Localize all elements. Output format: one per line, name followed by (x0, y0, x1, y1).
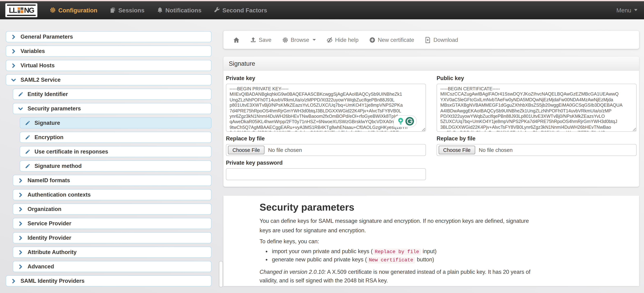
chevron-right-icon (18, 235, 23, 240)
public-key-file-input[interactable]: Choose File No file chosen (437, 144, 637, 156)
toolbar-button-label: Save (259, 37, 271, 43)
gear-icon (282, 37, 288, 43)
download-button[interactable]: Download (425, 37, 458, 43)
lemonldap-manager-page: LL NG ConfigurationSessionsNotifications… (0, 0, 644, 293)
sidebar-item-label: Use certificate in responses (34, 148, 108, 155)
nav-item-label: Configuration (58, 7, 98, 13)
code-chip: New certificate (367, 257, 415, 264)
sidebar-item-security-parameters[interactable]: Security parameters (13, 103, 212, 114)
upload-icon (250, 37, 256, 43)
sidebar-item-label: Attribute Authority (28, 249, 76, 255)
sidebar-item-virtual-hosts[interactable]: Virtual Hosts (6, 60, 212, 71)
sidebar-item-encryption[interactable]: Encryption (20, 132, 212, 143)
new-certificate-button[interactable]: New certificate (369, 37, 414, 43)
grammarly-g-icon[interactable] (405, 117, 414, 125)
sidebar-item-label: Virtual Hosts (20, 62, 54, 68)
sidebar-item-label: Security parameters (28, 105, 81, 111)
logo-text-right: NG (24, 6, 34, 14)
sidebar-item-service-provider[interactable]: Service Provider (13, 218, 212, 229)
help-paragraph-1: You can define keys for SAML message sig… (260, 216, 537, 235)
nav-item-configuration[interactable]: Configuration (50, 7, 98, 13)
sidebar-item-organization[interactable]: Organization (13, 204, 212, 215)
private-key-password-label: Private key password (226, 160, 426, 166)
public-key-textarea[interactable]: -----BEGIN CERTIFICATE----- MIICszCCAZug… (437, 84, 637, 132)
menu-label: Menu (616, 7, 631, 13)
eye-slash-icon (326, 37, 332, 43)
sidebar-item-general-parameters[interactable]: General Parameters (6, 31, 212, 42)
chevron-down-icon (18, 106, 23, 111)
sidebar-item-attribute-authority[interactable]: Attribute Authority (13, 247, 212, 258)
sidebar-item-advanced[interactable]: Advanced (13, 261, 212, 272)
help-bullet-list: import your own private and public keys … (272, 248, 537, 264)
sidebar-item-label: Authentication contexts (28, 192, 90, 198)
nav-item-sessions[interactable]: Sessions (110, 7, 144, 13)
grammarly-widget[interactable] (394, 115, 417, 127)
help-title: Security parameters (260, 201, 537, 213)
sidebar-item-identity-provider[interactable]: Identity Provider (13, 232, 212, 244)
replace-by-file-label-public: Replace by file (437, 135, 637, 141)
lightbulb-icon[interactable] (396, 117, 404, 125)
menu-dropdown[interactable]: Menu (616, 7, 637, 13)
nav-item-second-factors[interactable]: Second Factors (214, 7, 267, 13)
panel-title: Signature (223, 56, 639, 70)
sidebar-item-saml2-service[interactable]: SAML2 Service (6, 74, 212, 85)
sidebar-item-label: Identity Provider (28, 235, 71, 241)
chevron-right-icon (11, 49, 16, 53)
logo-bar-top (7, 4, 36, 5)
wrench-icon (214, 7, 220, 13)
sidebar-item-label: General Parameters (20, 33, 73, 40)
chevron-right-icon (18, 178, 23, 183)
browse-button[interactable]: Browse (282, 37, 316, 43)
sidebar-item-label: NameID formats (28, 177, 70, 183)
chevron-right-icon (18, 264, 23, 269)
gear-icon (50, 7, 56, 13)
choose-file-button-private[interactable]: Choose File (228, 146, 264, 154)
public-key-label: Public key (437, 75, 637, 81)
pencil-icon (25, 135, 30, 140)
help-bullet-1: generate new public and private keys (Ne… (272, 256, 537, 264)
sidebar-item-signature-method[interactable]: Signature method (20, 161, 212, 172)
nav-item-notifications[interactable]: Notifications (157, 7, 202, 13)
home-button[interactable] (233, 37, 239, 43)
pencil-icon (25, 164, 30, 168)
sidebar-item-use-certificate-in-responses[interactable]: Use certificate in responses (20, 146, 212, 157)
sidebar-item-authentication-contexts[interactable]: Authentication contexts (13, 189, 212, 200)
nav-item-label: Notifications (165, 7, 202, 13)
sidebar-item-label: SAML Identity Providers (20, 278, 84, 284)
nav-item-label: Second Factors (222, 7, 267, 13)
sidebar-item-label: Encryption (34, 134, 64, 140)
chevron-right-icon (18, 221, 23, 226)
sidebar-item-label: Service Provider (28, 220, 71, 226)
navbar: LL NG ConfigurationSessionsNotifications… (0, 1, 644, 19)
bell-icon (157, 7, 163, 13)
file-status-text-public: No file chosen (479, 147, 512, 153)
private-key-password-input[interactable] (226, 168, 426, 180)
choose-file-button-public[interactable]: Choose File (438, 146, 475, 154)
sidebar-item-label: Organization (28, 206, 62, 212)
sidebar-item-entity-identifier[interactable]: Entity Identifier (13, 89, 212, 100)
logo-text-left: LL (9, 6, 16, 14)
private-key-file-input[interactable]: Choose File No file chosen (226, 144, 426, 156)
chevron-down-icon (312, 39, 316, 40)
sidebar-item-nameid-formats[interactable]: NameID formats (13, 175, 212, 186)
sidebar-item-label: SAML2 Service (20, 77, 60, 83)
chevron-right-icon (18, 250, 23, 255)
pencil-icon (25, 120, 30, 125)
pencil-icon (18, 92, 23, 97)
private-key-column: Private key -----BEGIN PRIVATE KEY----- … (226, 71, 426, 180)
chevron-down-icon (634, 9, 637, 11)
llng-logo[interactable]: LL NG (6, 3, 38, 17)
home-icon (233, 37, 239, 43)
help-pane: Security parameters You can define keys … (223, 196, 639, 286)
logo-bar-bottom (7, 14, 36, 16)
sidebar-item-variables[interactable]: Variables (6, 46, 212, 57)
toolbar: SaveBrowseHide helpNew certificateDownlo… (223, 31, 639, 49)
sidebar-item-signature[interactable]: Signature (20, 117, 212, 129)
changed-version-prefix: Changed in version 2.0.10: (260, 269, 326, 275)
sidebar-scrollbar-thumb[interactable] (219, 261, 223, 287)
save-button[interactable]: Save (250, 37, 271, 43)
signature-panel: Signature Private key -----BEGIN PRIVATE… (223, 56, 639, 187)
hide-help-button[interactable]: Hide help (326, 37, 358, 43)
sidebar-item-saml-identity-providers[interactable]: SAML Identity Providers (6, 276, 212, 287)
help-paragraph-2: To define keys, you can: (260, 237, 537, 246)
